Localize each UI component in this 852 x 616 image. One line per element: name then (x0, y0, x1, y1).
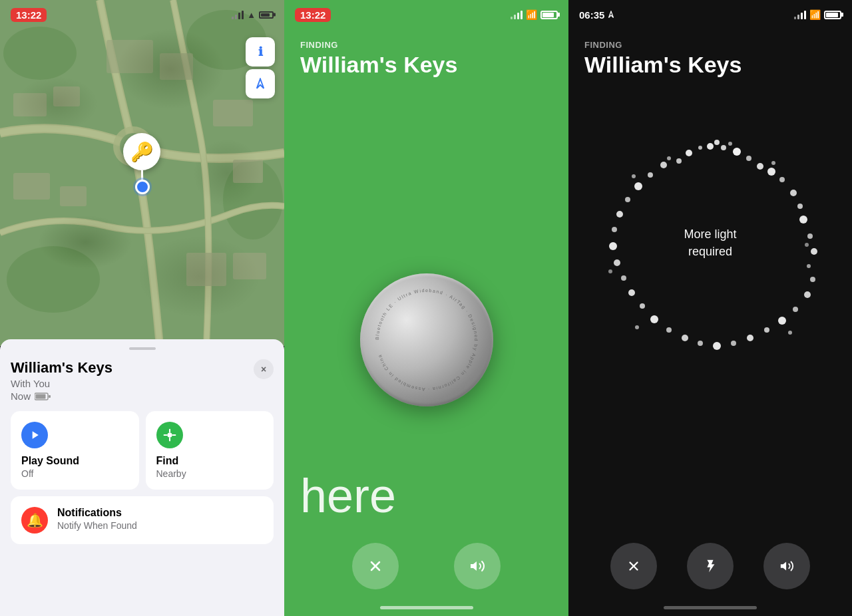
svg-point-4 (7, 246, 100, 313)
svg-rect-6 (53, 86, 80, 106)
svg-point-43 (810, 277, 815, 282)
svg-point-41 (779, 177, 785, 182)
svg-point-54 (650, 315, 658, 323)
item-info: William's Keys With You Now (11, 359, 112, 402)
svg-point-70 (635, 325, 639, 329)
svg-point-34 (714, 140, 720, 145)
map-background: 13:22 ▲ ℹ (0, 0, 284, 346)
signal-icon-2 (511, 10, 523, 19)
dark-controls (568, 543, 852, 589)
find-nearby-label: Find (156, 455, 264, 467)
svg-point-26 (721, 145, 726, 150)
svg-point-49 (731, 341, 736, 346)
location-button[interactable] (246, 69, 275, 98)
precision-circle: More light required (597, 133, 823, 359)
svg-point-53 (666, 327, 672, 333)
play-sound-icon-circle (21, 422, 48, 448)
play-sound-sub: Off (21, 468, 128, 479)
here-text: here (300, 468, 396, 523)
notification-icon: 🔔 (21, 507, 48, 534)
signal-icon-3 (794, 10, 806, 19)
finding-controls (284, 543, 568, 589)
keys-pin[interactable]: 🔑 (123, 133, 160, 181)
signal-icon-1 (232, 10, 244, 19)
notification-subtitle: Notify When Found (57, 520, 137, 531)
svg-rect-12 (233, 253, 266, 279)
item-battery (35, 392, 51, 400)
svg-point-45 (793, 307, 798, 312)
svg-point-31 (686, 150, 692, 156)
status-icons-2: 📶 (511, 9, 558, 20)
status-bar-3: 06:35 📶 (568, 0, 852, 29)
sheet-header: William's Keys With You Now × (11, 359, 274, 402)
svg-point-38 (807, 264, 811, 268)
info-button[interactable]: ℹ (246, 37, 275, 67)
item-time-row: Now (11, 390, 112, 402)
svg-rect-7 (213, 100, 253, 126)
svg-point-69 (788, 331, 792, 335)
home-bar-3 (664, 606, 757, 609)
airtag-container: Bluetooth LE · Ultra Wideband · AirTag ·… (284, 77, 568, 616)
svg-rect-5 (13, 93, 47, 116)
svg-point-48 (747, 335, 753, 341)
flashlight-button[interactable] (687, 543, 734, 589)
svg-point-33 (728, 142, 732, 146)
svg-text:Bluetooth LE · Ultra Wideband : Bluetooth LE · Ultra Wideband · AirTag ·… (374, 288, 478, 392)
screen-map: 13:22 ▲ ℹ (0, 0, 284, 616)
svg-point-32 (676, 158, 682, 164)
svg-point-1 (3, 27, 77, 80)
svg-rect-10 (60, 186, 87, 206)
svg-point-30 (698, 146, 702, 150)
svg-text:required: required (688, 245, 732, 258)
dark-finding-label: FINDING (584, 40, 836, 50)
action-cards: Play Sound Off Find Nearby (11, 411, 274, 490)
svg-rect-14 (160, 53, 193, 80)
close-sheet-button[interactable]: × (254, 359, 274, 379)
svg-point-62 (625, 197, 630, 202)
status-icons-3: 📶 (794, 9, 841, 20)
svg-point-66 (667, 156, 671, 160)
svg-point-57 (621, 275, 626, 281)
svg-point-29 (757, 163, 763, 170)
location-arrow-icon (607, 11, 615, 19)
sound-finding-button[interactable] (454, 543, 501, 589)
time-display-1: 13:22 (11, 8, 47, 22)
bottom-sheet: William's Keys With You Now × (0, 339, 284, 616)
item-subtitle: With You (11, 378, 112, 389)
sound-dark-button[interactable] (763, 543, 810, 589)
svg-rect-13 (106, 40, 153, 73)
status-bar-1: 13:22 ▲ (0, 0, 284, 29)
svg-point-35 (799, 216, 807, 224)
svg-point-55 (640, 303, 645, 309)
close-finding-button[interactable] (352, 543, 399, 589)
svg-point-67 (771, 161, 775, 165)
close-dark-button[interactable] (610, 543, 657, 589)
screen-dark: 06:35 📶 FINDING William's Keys (568, 0, 852, 616)
svg-point-39 (797, 204, 803, 209)
svg-point-36 (807, 233, 813, 239)
sheet-handle (129, 347, 156, 350)
airtag-device: Bluetooth LE · Ultra Wideband · AirTag ·… (360, 273, 493, 406)
svg-rect-11 (186, 253, 226, 286)
screen-finding: 13:22 📶 FINDING William's Keys (284, 0, 568, 616)
time-display-3: 06:35 (579, 9, 604, 21)
home-bar-2 (380, 606, 473, 609)
svg-text:More light: More light (684, 228, 736, 241)
svg-point-58 (614, 259, 620, 266)
svg-point-42 (767, 168, 775, 176)
svg-point-56 (628, 289, 635, 296)
item-time: Now (11, 390, 31, 402)
keys-bubble-icon: 🔑 (123, 133, 160, 170)
notification-content: Notifications Notify When Found (57, 507, 137, 531)
svg-point-52 (682, 335, 688, 341)
item-title: William's Keys (11, 359, 112, 377)
find-nearby-card[interactable]: Find Nearby (146, 411, 274, 490)
play-sound-card[interactable]: Play Sound Off (11, 411, 139, 490)
svg-point-46 (778, 317, 786, 325)
svg-rect-9 (13, 173, 50, 200)
battery-icon-3 (824, 11, 841, 19)
svg-point-51 (698, 341, 703, 346)
finding-title-2: William's Keys (300, 53, 552, 77)
status-bar-2: 13:22 📶 (284, 0, 568, 29)
notification-card[interactable]: 🔔 Notifications Notify When Found (11, 496, 274, 544)
